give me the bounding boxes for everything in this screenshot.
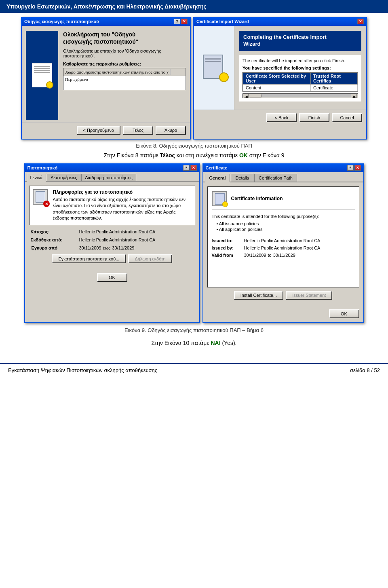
bullet-marker-2: • bbox=[217, 227, 218, 232]
greek-cert-body: ✕ Πληροφορίες για το πιστοποιητικό Αυτό … bbox=[25, 182, 199, 271]
issued-by-label: Issued by: bbox=[212, 245, 244, 250]
issued-value: Hellenic Public Administration Root CA bbox=[79, 237, 156, 242]
left-dialog-instruction: Καθορίσατε τις παρακάτω ρυθμίσεις: bbox=[63, 61, 186, 66]
english-cert-dialog: Certificate ? ✕ General Details Certific… bbox=[202, 163, 364, 323]
help-button[interactable]: ? bbox=[183, 165, 190, 171]
tab-details-greek[interactable]: Λεπτομέρειες bbox=[47, 174, 80, 181]
english-dialog-titlebar: Certificate Import Wizard ✕ bbox=[194, 17, 366, 26]
english-cert-actions: Install Certificate... Issuer Statement bbox=[207, 291, 359, 300]
greek-info-text: Πληροφορίες για το πιστοποιητικό Αυτό το… bbox=[53, 189, 192, 222]
issued-to-value: Hellenic Public Administration Root CA bbox=[244, 238, 321, 243]
bullet-marker: • bbox=[217, 221, 218, 226]
wizard-doc-icon bbox=[32, 63, 52, 87]
list-header: Χώρο αποθήκευσης πιστοποιητικών επιλεγμέ… bbox=[63, 68, 186, 76]
issued-by-row: Issued by: Hellenic Public Administratio… bbox=[212, 245, 355, 250]
valid-to-word: έως bbox=[103, 245, 111, 250]
footer-left: Εγκατάσταση Ψηφιακών Πιστοποιητικών σκλη… bbox=[8, 367, 157, 373]
english-cert-controls: ? ✕ bbox=[347, 165, 361, 171]
valid-to-value-eng: 30/11/2029 bbox=[273, 253, 295, 258]
install-cert-button-eng[interactable]: Install Certificate... bbox=[234, 291, 283, 300]
install-cert-button-greek[interactable]: Εγκατάσταση πιστοποιητικού... bbox=[52, 254, 126, 263]
ok-link: ΟΚ bbox=[239, 152, 248, 159]
left-dialog-main-title: Ολοκλήρωση του "Οδηγούεισαγωγής πιστοποι… bbox=[63, 31, 186, 45]
greek-dialog-controls: ? ✕ bbox=[174, 19, 188, 24]
scrollbar-track[interactable] bbox=[249, 94, 351, 97]
instruction-after: στην Εικόνα 9 bbox=[249, 152, 285, 159]
purpose-text: This certificate is intended for the fol… bbox=[212, 214, 355, 219]
prev-button[interactable]: < Προηγούμενο bbox=[77, 126, 120, 135]
close-button[interactable]: ✕ bbox=[354, 165, 361, 171]
nai-text: ΝΑΙ bbox=[211, 340, 220, 346]
cell-value: Certificate bbox=[311, 84, 358, 91]
settings-table: Certificate Store Selected by User Trust… bbox=[243, 72, 358, 91]
finish-button[interactable]: Finish bbox=[299, 113, 329, 122]
close-button[interactable]: ✕ bbox=[190, 165, 197, 171]
instruction-before: Στην Εικόνα 8 πατάμε bbox=[103, 152, 160, 159]
issued-row: Εκδόθηκε από: Hellenic Public Administra… bbox=[31, 237, 194, 242]
tab-details-eng[interactable]: Details bbox=[231, 174, 253, 182]
instruction2-before: Στην Εικόνα 10 πατάμε bbox=[152, 340, 211, 346]
tab-cert-path-eng[interactable]: Certification Path bbox=[254, 174, 297, 182]
left-dialog-body: Ολοκλήρωση του "Οδηγούεισαγωγής πιστοποι… bbox=[22, 26, 190, 122]
cert-icon-english bbox=[212, 191, 227, 206]
close-button[interactable]: ✕ bbox=[181, 19, 188, 24]
english-cert-info-title: Certificate Information bbox=[231, 196, 283, 201]
left-dialog-subtitle: Ολοκληρώσατε με επιτυχία τον 'Οδηγό εισα… bbox=[63, 49, 186, 58]
greek-import-dialog: Οδηγός εισαγωγής πιστοποιητικού ? ✕ bbox=[21, 17, 191, 140]
valid-row: Έγκυρο από 30/11/2009 έως 30/11/2029 bbox=[31, 245, 194, 250]
settings-title: You have specified the following setting… bbox=[242, 66, 358, 70]
cert-error-icon: ✕ bbox=[33, 189, 49, 206]
cert-gold-badge bbox=[222, 201, 228, 207]
figure8-caption: Εικόνα 8. Οδηγός εισαγωγής πιστοποιητικο… bbox=[8, 143, 380, 149]
instruction-text-2: Στην Εικόνα 10 πατάμε ΝΑΙ (Yes). bbox=[8, 340, 380, 346]
tab-general-greek[interactable]: Γενικά bbox=[27, 174, 46, 182]
instruction2-after: (Yes). bbox=[222, 340, 236, 346]
ok-button-greek[interactable]: ΟΚ bbox=[97, 273, 127, 282]
instruction-middle: και στη συνέχεια πατάμε bbox=[177, 152, 239, 159]
english-wizard-title: Completing the Certificate ImportWizard bbox=[239, 31, 361, 51]
close-button[interactable]: ✕ bbox=[357, 19, 364, 24]
greek-info-body: Αυτό το πιστοποιητικό ρίζας της αρχής έκ… bbox=[53, 197, 192, 222]
help-button[interactable]: ? bbox=[174, 19, 180, 24]
ok-button-eng[interactable]: OK bbox=[329, 309, 359, 318]
cert-doc-paper bbox=[36, 191, 45, 203]
cert-badge-icon bbox=[46, 81, 53, 89]
valid-from-value-eng: 30/11/2009 bbox=[244, 253, 266, 258]
tab-cert-path-greek[interactable]: Διαδρομή πιστοποίησης bbox=[81, 174, 136, 181]
instruction-text-1: Στην Εικόνα 8 πατάμε Τέλος και στη συνέχ… bbox=[8, 152, 380, 159]
english-dialog-nav: < Back Finish Cancel bbox=[194, 110, 366, 126]
scrollbar-thumb[interactable] bbox=[249, 94, 261, 97]
figure9-dialogs: Πιστοποιητικό ? ✕ Γενικά Λεπτομέρειες Δι… bbox=[8, 163, 380, 323]
greek-cert-actions: Εγκατάσταση πιστοποιητικού... Δήλωση εκδ… bbox=[29, 254, 195, 263]
issuer-statement-button-greek[interactable]: Δήλωση εκδότη bbox=[128, 254, 172, 263]
issuer-statement-button-eng[interactable]: Issuer Statement bbox=[286, 291, 332, 300]
back-button[interactable]: < Back bbox=[266, 113, 297, 122]
left-dialog-listbox: Χώρο αποθήκευσης πιστοποιητικών επιλεγμέ… bbox=[63, 68, 186, 90]
bullet-1: • All issuance policies bbox=[217, 221, 355, 226]
scroll-right-btn[interactable]: ► bbox=[352, 94, 357, 98]
wizard-cert-icon bbox=[201, 55, 227, 80]
english-dialog-controls: ✕ bbox=[357, 19, 364, 24]
greek-cert-tabs: Γενικά Λεπτομέρειες Διαδρομή πιστοποίηση… bbox=[25, 172, 199, 182]
tab-general-eng[interactable]: General bbox=[205, 174, 230, 182]
horiz-scrollbar[interactable]: ◄ ► bbox=[242, 93, 358, 98]
greek-info-title: Πληροφορίες για το πιστοποιητικό bbox=[53, 189, 192, 195]
greek-dialog-titlebar: Οδηγός εισαγωγής πιστοποιητικού ? ✕ bbox=[22, 17, 190, 26]
col-header-1: Certificate Store Selected by User bbox=[243, 72, 311, 84]
holder-row: Κάτοχος: Hellenic Public Administration … bbox=[31, 229, 194, 234]
cancel-button[interactable]: Cancel bbox=[332, 113, 362, 122]
greek-dialog-title: Οδηγός εισαγωγής πιστοποιητικού bbox=[24, 19, 99, 24]
valid-from-label-eng: Valid from bbox=[212, 253, 244, 258]
footer-right: σελίδα 8 / 52 bbox=[350, 367, 380, 373]
greek-cert-titlebar: Πιστοποιητικό ? ✕ bbox=[25, 163, 199, 172]
help-button[interactable]: ? bbox=[347, 165, 354, 171]
issued-to-label: Issued to: bbox=[212, 238, 244, 243]
left-dialog-nav: < Προηγούμενο Τέλος Άκυρο bbox=[22, 122, 190, 139]
english-cert-body: Certificate Information This certificate… bbox=[203, 182, 363, 307]
finish-button[interactable]: Τέλος bbox=[123, 126, 153, 135]
issued-to-row: Issued to: Hellenic Public Administratio… bbox=[212, 238, 355, 243]
scroll-left-btn[interactable]: ◄ bbox=[244, 94, 249, 98]
cancel-button[interactable]: Άκυρο bbox=[156, 126, 186, 135]
header-title: Υπουργείο Εσωτερικών, Αποκέντρωσης και Η… bbox=[6, 3, 207, 10]
english-dialog-body: Completing the Certificate ImportWizard … bbox=[194, 26, 366, 110]
